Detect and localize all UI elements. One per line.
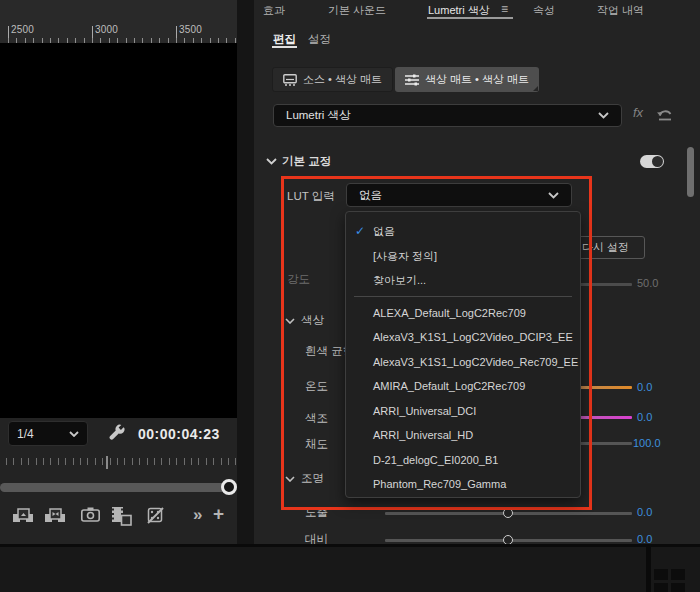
comparison-view-icon[interactable] xyxy=(111,507,133,526)
dropdown-item-custom[interactable]: [사용자 정의] xyxy=(346,244,580,269)
tab-effects[interactable]: 효과 xyxy=(263,3,285,18)
bottom-taskbar-strip xyxy=(0,544,700,592)
dropdown-item-lut[interactable]: D-21_delogC_EI0200_B1 xyxy=(346,448,580,473)
source-monitor-icon xyxy=(283,74,297,86)
mini-ruler-ticks xyxy=(6,458,236,465)
effect-select-value: Lumetri 색상 xyxy=(286,108,598,123)
section-title-basic-correction: 기본 교정 xyxy=(282,154,331,169)
ruler-label: 2500 xyxy=(11,24,34,35)
section-collapse-chevron-icon[interactable] xyxy=(266,158,277,165)
add-button-icon[interactable]: + xyxy=(213,504,224,523)
lift-icon[interactable] xyxy=(13,507,34,524)
fx-badge-icon: fx xyxy=(633,105,643,120)
dropdown-item-none[interactable]: ✓ 없음 xyxy=(346,219,580,244)
tint-value[interactable]: 0.0 xyxy=(637,411,652,423)
lut-dropdown-menu: ✓ 없음 [사용자 정의] 찾아보기... ALEXA_Default_LogC… xyxy=(345,211,581,498)
app-window: 2500 3000 3500 1/4 00:00:04:23 xyxy=(0,0,700,592)
panel-scrollbar[interactable] xyxy=(687,147,694,197)
program-monitor-viewport xyxy=(0,43,237,418)
dropdown-item-lut[interactable]: AlexaV3_K1S1_LogC2Video_DCIP3_EE xyxy=(346,325,580,350)
active-tab-underline xyxy=(427,17,513,19)
tab-essential-sound[interactable]: 기본 사운드 xyxy=(328,3,386,18)
saturation-value[interactable]: 100.0 xyxy=(633,437,661,449)
playhead-tick xyxy=(106,456,108,469)
ruler-label: 3500 xyxy=(179,24,202,35)
checkmark-icon: ✓ xyxy=(355,219,365,244)
camera-export-frame-icon[interactable] xyxy=(81,507,100,522)
temperature-value[interactable]: 0.0 xyxy=(637,381,652,393)
panel-menu-icon[interactable]: ≡ xyxy=(501,2,508,16)
monitor-scrollbar-handle[interactable] xyxy=(221,479,237,495)
dropdown-item-browse[interactable]: 찾아보기... xyxy=(346,268,580,293)
dropdown-item-lut[interactable]: AlexaV3_K1S1_LogC2Video_Rec709_EE xyxy=(346,350,580,375)
extract-icon[interactable] xyxy=(45,507,66,524)
dropdown-item-lut[interactable]: ARRI_Universal_DCI xyxy=(346,399,580,424)
monitor-mini-ruler xyxy=(6,456,236,469)
colormatte-colormatte-button[interactable]: 색상 매트 • 색상 매트 xyxy=(395,67,539,92)
dropdown-item-lut[interactable]: AMIRA_Default_LogC2Rec709 xyxy=(346,374,580,399)
tab-properties[interactable]: 속성 xyxy=(533,3,555,18)
more-buttons-icon[interactable]: » xyxy=(193,506,202,523)
exposure-value[interactable]: 0.0 xyxy=(637,506,652,518)
tab-lumetri-color[interactable]: Lumetri 색상 xyxy=(428,3,490,18)
panel-divider xyxy=(237,0,254,544)
dropdown-separator xyxy=(354,296,572,297)
section-enable-toggle[interactable] xyxy=(640,155,664,168)
reset-undo-icon[interactable] xyxy=(656,106,674,122)
dropdown-item-lut[interactable]: ALEXA_Default_LogC2Rec709 xyxy=(346,301,580,326)
tab-history[interactable]: 작업 내역 xyxy=(597,3,644,18)
effect-select[interactable]: Lumetri 색상 xyxy=(273,104,622,127)
dropdown-item-lut[interactable]: Phantom_Rec709_Gamma xyxy=(346,472,580,497)
intensity-value[interactable]: 50.0 xyxy=(637,277,658,289)
active-subtab-underline xyxy=(272,46,297,48)
strip-divider xyxy=(646,547,651,592)
monitor-zoom-value: 1/4 xyxy=(17,427,69,441)
timecode-display[interactable]: 00:00:04:23 xyxy=(138,426,220,442)
monitor-zoom-select[interactable]: 1/4 xyxy=(8,421,88,446)
monitor-scrollbar[interactable] xyxy=(0,483,237,492)
subtab-edit[interactable]: 편집 xyxy=(273,32,296,47)
toggle-knob xyxy=(652,156,663,167)
source-colormatte-button[interactable]: 소스 • 색상 매트 xyxy=(272,67,393,92)
subtab-settings[interactable]: 설정 xyxy=(308,32,331,47)
target-button-label: 색상 매트 • 색상 매트 xyxy=(425,72,529,87)
flyout-corner-fold xyxy=(533,86,538,91)
wrench-settings-icon[interactable] xyxy=(108,424,125,441)
timeline-ruler: 2500 3000 3500 xyxy=(0,0,237,43)
chevron-down-icon xyxy=(598,112,609,119)
source-button-label: 소스 • 색상 매트 xyxy=(303,72,382,87)
ruler-label: 3000 xyxy=(95,24,118,35)
chevron-down-icon xyxy=(69,431,79,437)
dropdown-item-lut[interactable]: ARRI_Universal_HD xyxy=(346,423,580,448)
global-fx-mute-icon[interactable] xyxy=(147,507,165,525)
sliders-icon xyxy=(405,74,419,86)
